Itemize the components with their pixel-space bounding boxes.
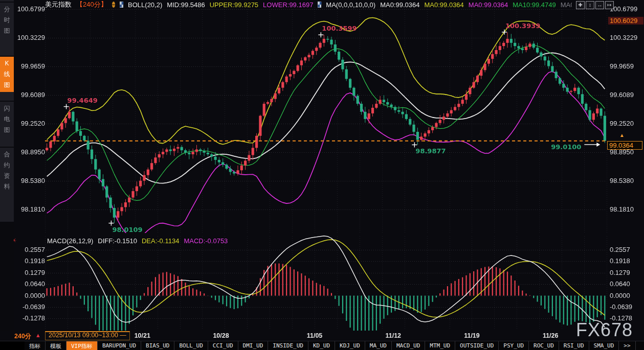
macd-axis-label-right: 0.1279	[610, 269, 643, 276]
indicator-chart-icon: ▞	[318, 2, 321, 8]
toolbar-item[interactable]: BIAS_UD	[141, 341, 174, 350]
sidebar: 分时图K线图闪电图合约资料	[0, 0, 14, 331]
chart-app: 美元指数【240分】−▞BOLL(20,2)MID:99.5486UPPER:9…	[0, 0, 644, 350]
candlestick-chart-canvas[interactable]	[0, 0, 644, 350]
price-axis-label-left: 98.5380	[13, 177, 45, 184]
macd-axis-label-right: 0.1918	[610, 257, 643, 265]
macd-header-label: DIFF:-0.1510	[98, 237, 137, 245]
toolbar-spacer	[0, 341, 25, 350]
date-label: 11/26	[543, 332, 559, 339]
price-axis-label-right: 98.5380	[610, 177, 643, 184]
window-controls: ✚↕↔↦	[576, 1, 614, 9]
toolbar-item[interactable]: MA_UD	[365, 341, 392, 350]
macd-axis-label-right: -0.0639	[610, 303, 643, 311]
header-label: UPPER:99.9275	[210, 1, 258, 9]
header-label: BOLL(20,2)	[128, 1, 162, 9]
price-axis-label-left: 99.9659	[13, 62, 45, 70]
price-axis-label-left: 99.2520	[13, 120, 45, 127]
toolbar-item[interactable]: KDJ_UD	[335, 341, 365, 350]
macd-axis-label-left: -0.0639	[13, 303, 45, 311]
toolbar-item[interactable]: PSY_UD	[499, 341, 529, 350]
price-axis-label-right: 100.6799	[610, 5, 643, 13]
header-label: MA0:99.0364	[424, 1, 463, 9]
session-high-badge: 100.6029	[608, 17, 643, 25]
indicator-header: 美元指数【240分】−▞BOLL(20,2)MID:99.5486UPPER:9…	[45, 1, 572, 9]
toolbar-item[interactable]: KD_UD	[308, 341, 335, 350]
price-axis-label-right: 99.9659	[610, 62, 643, 70]
header-label: MA10:99.4749	[513, 1, 556, 9]
header-label: LOWER:99.1697	[263, 1, 313, 9]
sidebar-panel: 分时图K线图闪电图合约资料	[0, 0, 14, 222]
last-price-up-arrow-icon: ▲	[619, 132, 625, 138]
toolbar-item[interactable]: OUTSIDE_UD	[455, 341, 499, 350]
macd-axis-label-left: 0.1918	[13, 257, 45, 265]
toolbar-item[interactable]: BARUPDN_UD	[98, 341, 141, 350]
toolbar-item[interactable]: BOLL_UD	[174, 341, 208, 350]
sidebar-item-2[interactable]: K线图	[0, 56, 14, 92]
sidebar-item-4[interactable]: 合约资料	[0, 147, 14, 194]
toolbar-item[interactable]: CCI_UD	[208, 341, 238, 350]
date-label: 10/28	[213, 332, 229, 339]
toolbar-item[interactable]: 模板	[46, 341, 66, 350]
macd-header-label: MACD(26,12,9)	[47, 237, 93, 245]
price-axis-label-right: 99.6089	[610, 91, 643, 99]
time-axis: 240分 ▲ 2025/10/13 09:00~13:00 — 10/2110/…	[14, 331, 644, 341]
header-label: MID:99.5486	[167, 1, 205, 9]
indicator-chart-icon: ▞	[120, 2, 123, 8]
toolbar-item[interactable]: MACD_UD	[392, 341, 425, 350]
zoom-vertical-icon[interactable]: ↕	[586, 1, 594, 9]
header-label: MA(0,0,0,10,0,0)	[326, 1, 375, 9]
date-label: 10/21	[135, 332, 150, 339]
price-axis-label-right: 100.3229	[610, 34, 643, 41]
macd-axis-label-right: 0.0640	[610, 280, 643, 288]
toolbar-item[interactable]: DMI_UD	[238, 341, 269, 350]
price-axis-label-left: 100.3229	[13, 34, 45, 41]
macd-axis-label-right: 0.2557	[610, 246, 643, 253]
header-label: 【240分】	[76, 1, 107, 9]
sidebar-item-1[interactable]: 分时图	[0, 2, 14, 38]
move-icon[interactable]: ✚	[576, 1, 585, 9]
date-label: 11/19	[464, 332, 480, 339]
macd-header: MACD(26,12,9)DIFF:-0.1510DEA:-0.1134MACD…	[47, 237, 228, 245]
period-up-icon: ▲	[35, 332, 41, 338]
macd-axis-label-right: 0.0000	[610, 292, 643, 299]
last-price-badge: 99.0364	[607, 141, 642, 150]
price-axis-label-left: 100.6799	[13, 5, 45, 13]
macd-axis-label-left: 0.2557	[13, 246, 45, 253]
sidebar-item-3[interactable]: 闪电图	[0, 101, 14, 137]
toolbar-item[interactable]: RSI_UD	[559, 341, 589, 350]
toolbar-item[interactable]: VIP指标	[66, 341, 98, 350]
macd-axis-label-left: -0.1278	[13, 314, 45, 322]
indicator-toolbar: 指标模板VIP指标BARUPDN_UDBIAS_UDBOLL_UDCCI_UDD…	[0, 341, 644, 350]
macd-header-label: MACD:-0.0753	[184, 237, 228, 245]
price-axis-label-left: 99.6089	[13, 91, 45, 99]
date-label: 11/12	[385, 332, 401, 339]
header-label: MA0:9	[561, 1, 572, 9]
toolbar-item[interactable]: 指标	[25, 341, 46, 350]
date-range-box[interactable]: 2025/10/13 09:00~13:00 —	[45, 331, 130, 340]
zoom-horizontal-icon[interactable]: ↔	[595, 1, 604, 9]
toolbar-item[interactable]: ROC_UD	[529, 341, 559, 350]
header-label: 美元指数	[45, 1, 72, 9]
header-label: MA0:99.0364	[469, 1, 508, 9]
collapse-minus-icon[interactable]: −	[112, 2, 115, 8]
header-label: MA0:99.0364	[380, 1, 419, 9]
period-label[interactable]: 240分	[14, 332, 31, 341]
price-axis-label-right: 98.1810	[610, 205, 643, 213]
price-axis-label-left: 98.1810	[13, 205, 45, 213]
toolbar-item[interactable]: >>	[619, 341, 635, 350]
macd-header-label: DEA:-0.1134	[142, 237, 179, 245]
pan-right-icon[interactable]: ↦	[605, 1, 614, 9]
macd-axis-label-left: 0.0640	[13, 280, 45, 288]
toolbar-item[interactable]: INSIDE_UD	[268, 341, 308, 350]
watermark: FX678	[576, 320, 633, 340]
toolbar-item[interactable]: SMA_UD	[589, 341, 619, 350]
price-axis-label-left: 98.8950	[13, 148, 45, 156]
macd-axis-label-left: 0.1279	[13, 269, 45, 276]
toolbar-item[interactable]: MTM_UD	[425, 341, 455, 350]
price-axis-label-right: 99.2520	[610, 120, 643, 127]
macd-axis-label-left: 0.0000	[13, 292, 45, 299]
date-label: 11/05	[307, 332, 323, 339]
